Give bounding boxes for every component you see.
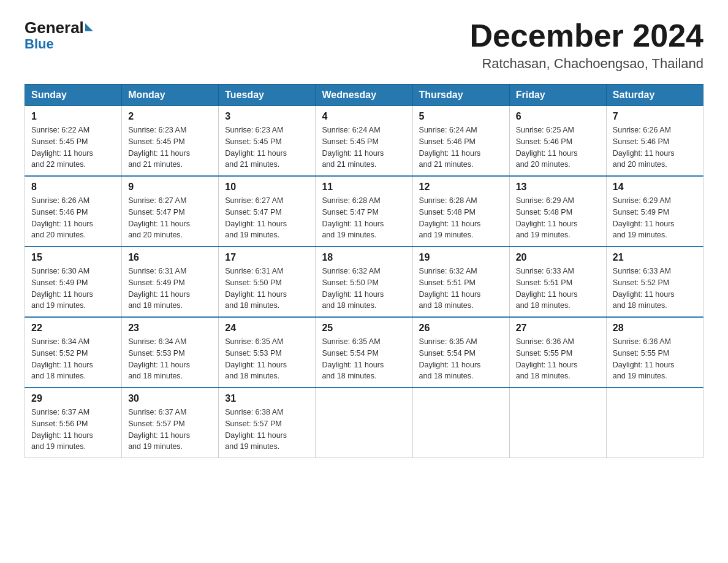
- header-sunday: Sunday: [25, 85, 122, 106]
- day-number: 11: [322, 182, 406, 193]
- calendar-cell: [316, 388, 412, 458]
- day-number: 27: [516, 323, 600, 334]
- logo-wordmark: General: [25, 18, 94, 37]
- calendar-cell: 15Sunrise: 6:30 AMSunset: 5:49 PMDayligh…: [25, 247, 122, 317]
- day-number: 1: [31, 111, 115, 122]
- header-thursday: Thursday: [412, 85, 509, 106]
- day-number: 30: [128, 393, 212, 404]
- day-number: 18: [322, 252, 406, 263]
- day-info: Sunrise: 6:22 AMSunset: 5:45 PMDaylight:…: [31, 124, 115, 170]
- calendar-cell: 3Sunrise: 6:23 AMSunset: 5:45 PMDaylight…: [219, 106, 316, 177]
- calendar-cell: 22Sunrise: 6:34 AMSunset: 5:52 PMDayligh…: [25, 317, 122, 388]
- logo-blue-text: Blue: [25, 36, 54, 52]
- day-info: Sunrise: 6:35 AMSunset: 5:53 PMDaylight:…: [225, 336, 309, 382]
- day-info: Sunrise: 6:24 AMSunset: 5:46 PMDaylight:…: [419, 124, 503, 170]
- day-info: Sunrise: 6:37 AMSunset: 5:56 PMDaylight:…: [31, 407, 115, 453]
- day-number: 8: [31, 182, 115, 193]
- logo: General Blue: [25, 18, 94, 52]
- location-subtitle: Ratchasan, Chachoengsao, Thailand: [469, 56, 703, 72]
- calendar-cell: [509, 388, 606, 458]
- day-info: Sunrise: 6:25 AMSunset: 5:46 PMDaylight:…: [516, 124, 600, 170]
- calendar-cell: [606, 388, 703, 458]
- page-title: December 2024: [469, 18, 703, 53]
- header-monday: Monday: [122, 85, 219, 106]
- calendar-cell: 16Sunrise: 6:31 AMSunset: 5:49 PMDayligh…: [122, 247, 219, 317]
- calendar-week-3: 15Sunrise: 6:30 AMSunset: 5:49 PMDayligh…: [25, 247, 703, 317]
- calendar-week-4: 22Sunrise: 6:34 AMSunset: 5:52 PMDayligh…: [25, 317, 703, 388]
- day-info: Sunrise: 6:28 AMSunset: 5:47 PMDaylight:…: [322, 195, 406, 241]
- page-header: General Blue December 2024 Ratchasan, Ch…: [25, 18, 703, 72]
- calendar-cell: 24Sunrise: 6:35 AMSunset: 5:53 PMDayligh…: [219, 317, 316, 388]
- calendar-cell: 23Sunrise: 6:34 AMSunset: 5:53 PMDayligh…: [122, 317, 219, 388]
- header-saturday: Saturday: [606, 85, 703, 106]
- day-number: 13: [516, 182, 600, 193]
- day-number: 28: [613, 323, 697, 334]
- day-info: Sunrise: 6:35 AMSunset: 5:54 PMDaylight:…: [419, 336, 503, 382]
- day-info: Sunrise: 6:34 AMSunset: 5:53 PMDaylight:…: [128, 336, 212, 382]
- calendar-cell: 12Sunrise: 6:28 AMSunset: 5:48 PMDayligh…: [412, 176, 509, 247]
- day-info: Sunrise: 6:29 AMSunset: 5:49 PMDaylight:…: [613, 195, 697, 241]
- calendar-cell: 2Sunrise: 6:23 AMSunset: 5:45 PMDaylight…: [122, 106, 219, 177]
- day-info: Sunrise: 6:30 AMSunset: 5:49 PMDaylight:…: [31, 266, 115, 312]
- calendar-cell: 14Sunrise: 6:29 AMSunset: 5:49 PMDayligh…: [606, 176, 703, 247]
- day-info: Sunrise: 6:34 AMSunset: 5:52 PMDaylight:…: [31, 336, 115, 382]
- day-number: 20: [516, 252, 600, 263]
- calendar-cell: 8Sunrise: 6:26 AMSunset: 5:46 PMDaylight…: [25, 176, 122, 247]
- day-info: Sunrise: 6:32 AMSunset: 5:51 PMDaylight:…: [419, 266, 503, 312]
- calendar-cell: 25Sunrise: 6:35 AMSunset: 5:54 PMDayligh…: [316, 317, 412, 388]
- calendar-week-1: 1Sunrise: 6:22 AMSunset: 5:45 PMDaylight…: [25, 106, 703, 177]
- day-info: Sunrise: 6:27 AMSunset: 5:47 PMDaylight:…: [128, 195, 212, 241]
- day-number: 7: [613, 111, 697, 122]
- day-info: Sunrise: 6:23 AMSunset: 5:45 PMDaylight:…: [128, 124, 212, 170]
- calendar-cell: 31Sunrise: 6:38 AMSunset: 5:57 PMDayligh…: [219, 388, 316, 458]
- day-info: Sunrise: 6:31 AMSunset: 5:49 PMDaylight:…: [128, 266, 212, 312]
- calendar-cell: 28Sunrise: 6:36 AMSunset: 5:55 PMDayligh…: [606, 317, 703, 388]
- day-number: 5: [419, 111, 503, 122]
- day-info: Sunrise: 6:33 AMSunset: 5:51 PMDaylight:…: [516, 266, 600, 312]
- calendar-cell: 17Sunrise: 6:31 AMSunset: 5:50 PMDayligh…: [219, 247, 316, 317]
- day-number: 2: [128, 111, 212, 122]
- day-info: Sunrise: 6:23 AMSunset: 5:45 PMDaylight:…: [225, 124, 309, 170]
- logo-triangle-icon: [85, 23, 93, 31]
- day-number: 6: [516, 111, 600, 122]
- day-number: 23: [128, 323, 212, 334]
- calendar-cell: 7Sunrise: 6:26 AMSunset: 5:46 PMDaylight…: [606, 106, 703, 177]
- title-section: December 2024 Ratchasan, Chachoengsao, T…: [469, 18, 703, 72]
- day-number: 29: [31, 393, 115, 404]
- calendar-cell: 18Sunrise: 6:32 AMSunset: 5:50 PMDayligh…: [316, 247, 412, 317]
- calendar-cell: 6Sunrise: 6:25 AMSunset: 5:46 PMDaylight…: [509, 106, 606, 177]
- day-info: Sunrise: 6:26 AMSunset: 5:46 PMDaylight:…: [31, 195, 115, 241]
- day-number: 25: [322, 323, 406, 334]
- day-info: Sunrise: 6:33 AMSunset: 5:52 PMDaylight:…: [613, 266, 697, 312]
- day-info: Sunrise: 6:32 AMSunset: 5:50 PMDaylight:…: [322, 266, 406, 312]
- day-info: Sunrise: 6:29 AMSunset: 5:48 PMDaylight:…: [516, 195, 600, 241]
- day-number: 12: [419, 182, 503, 193]
- day-number: 31: [225, 393, 309, 404]
- day-number: 15: [31, 252, 115, 263]
- calendar-cell: 5Sunrise: 6:24 AMSunset: 5:46 PMDaylight…: [412, 106, 509, 177]
- calendar-cell: 13Sunrise: 6:29 AMSunset: 5:48 PMDayligh…: [509, 176, 606, 247]
- day-info: Sunrise: 6:36 AMSunset: 5:55 PMDaylight:…: [516, 336, 600, 382]
- day-number: 4: [322, 111, 406, 122]
- day-number: 22: [31, 323, 115, 334]
- day-info: Sunrise: 6:27 AMSunset: 5:47 PMDaylight:…: [225, 195, 309, 241]
- day-info: Sunrise: 6:35 AMSunset: 5:54 PMDaylight:…: [322, 336, 406, 382]
- day-number: 16: [128, 252, 212, 263]
- calendar-header-row: Sunday Monday Tuesday Wednesday Thursday…: [25, 85, 703, 106]
- calendar-cell: 9Sunrise: 6:27 AMSunset: 5:47 PMDaylight…: [122, 176, 219, 247]
- day-number: 26: [419, 323, 503, 334]
- day-info: Sunrise: 6:28 AMSunset: 5:48 PMDaylight:…: [419, 195, 503, 241]
- day-number: 9: [128, 182, 212, 193]
- header-wednesday: Wednesday: [316, 85, 412, 106]
- day-number: 24: [225, 323, 309, 334]
- calendar-cell: 20Sunrise: 6:33 AMSunset: 5:51 PMDayligh…: [509, 247, 606, 317]
- calendar-week-5: 29Sunrise: 6:37 AMSunset: 5:56 PMDayligh…: [25, 388, 703, 458]
- calendar-cell: 21Sunrise: 6:33 AMSunset: 5:52 PMDayligh…: [606, 247, 703, 317]
- calendar-cell: 19Sunrise: 6:32 AMSunset: 5:51 PMDayligh…: [412, 247, 509, 317]
- day-number: 19: [419, 252, 503, 263]
- calendar-cell: 27Sunrise: 6:36 AMSunset: 5:55 PMDayligh…: [509, 317, 606, 388]
- header-friday: Friday: [509, 85, 606, 106]
- header-tuesday: Tuesday: [219, 85, 316, 106]
- day-info: Sunrise: 6:38 AMSunset: 5:57 PMDaylight:…: [225, 407, 309, 453]
- calendar-cell: 4Sunrise: 6:24 AMSunset: 5:45 PMDaylight…: [316, 106, 412, 177]
